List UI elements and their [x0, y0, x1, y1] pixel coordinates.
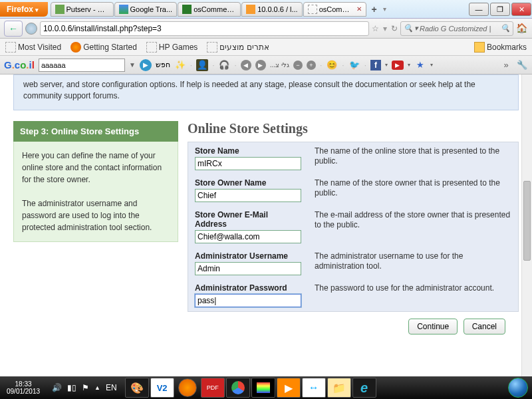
- toolbar-settings-icon[interactable]: 🔧: [516, 59, 528, 71]
- admin-pass-label: Administrator Password: [195, 283, 301, 293]
- reload-icon[interactable]: ↻: [391, 24, 398, 33]
- tab-phpmyadmin[interactable]: 10.0.0.6 / l...: [241, 2, 303, 17]
- volume-icon[interactable]: 🔊: [52, 383, 62, 392]
- bookmark-hp-games[interactable]: HP Games: [146, 42, 198, 53]
- table-row: Administrator PasswordThe password to us…: [188, 279, 519, 312]
- taskbar-pdf-icon[interactable]: PDF: [201, 378, 225, 398]
- headphones-icon[interactable]: 🎧: [218, 59, 230, 71]
- settings-form: Store NameThe name of the online store t…: [188, 142, 519, 312]
- bookmark-most-visited[interactable]: Most Visited: [5, 42, 61, 53]
- tray-expand-icon[interactable]: ▲: [94, 384, 100, 391]
- scroll-thumb[interactable]: [523, 181, 531, 261]
- radio-vol-down-icon[interactable]: −: [293, 61, 303, 70]
- admin-user-label: Administrator Username: [195, 251, 301, 261]
- search-dropdown-icon[interactable]: ▼: [129, 61, 136, 68]
- windows-taskbar: 18:33 09/01/2013 🔊 ▮▯ ⚑ ▲ EN 🎨 V2 PDF ▶ …: [0, 376, 532, 399]
- search-box[interactable]: 🔍▾Radio G Customized |🔍: [400, 21, 513, 36]
- table-row: Store Owner NameThe name of the store ow…: [188, 174, 519, 206]
- taskbar-clock[interactable]: 18:33 09/01/2013: [0, 380, 47, 395]
- store-owner-label: Store Owner Name: [195, 178, 301, 188]
- taskbar-ie-icon[interactable]: e: [352, 378, 376, 398]
- info-banner: web server, and store configuration opti…: [13, 74, 519, 110]
- store-email-input[interactable]: [195, 230, 301, 243]
- taskbar-chrome-icon[interactable]: [226, 378, 250, 398]
- language-indicator[interactable]: EN: [106, 383, 117, 392]
- new-tab-button[interactable]: +: [367, 4, 382, 15]
- firefox-menu-button[interactable]: Firefox: [0, 2, 48, 17]
- gcoil-logo[interactable]: G.co.il: [4, 59, 35, 70]
- admin-user-desc: The administrator username to use for th…: [308, 247, 519, 279]
- radio-station-label: ...גלי צ: [270, 61, 289, 68]
- sidebar-para-1: Here you can define the name of your onl…: [22, 150, 170, 186]
- star-icon[interactable]: ★: [414, 59, 426, 71]
- bookmarks-menu[interactable]: Bookmarks: [474, 42, 527, 53]
- toolbar-search-input[interactable]: [39, 59, 125, 72]
- cancel-button[interactable]: Cancel: [464, 319, 505, 334]
- taskbar-media-icon[interactable]: ▶: [277, 378, 301, 398]
- continue-button[interactable]: Continue: [408, 319, 458, 334]
- toolbar-overflow-icon[interactable]: »: [500, 59, 512, 71]
- bookmark-getting-started[interactable]: Getting Started: [70, 42, 137, 53]
- toolbar-search-label: חפש: [156, 61, 170, 69]
- wand-icon[interactable]: ✨: [174, 59, 186, 71]
- tab-overflow-icon[interactable]: ▾: [383, 5, 386, 13]
- table-row: Store Owner E-Mail AddressThe e-mail add…: [188, 206, 519, 247]
- address-bar[interactable]: [40, 21, 369, 36]
- tab-google-translate[interactable]: Google Tra...: [114, 2, 178, 17]
- bookmarks-toolbar: Most Visited Getting Started HP Games את…: [0, 39, 532, 56]
- store-email-desc: The e-mail address of the store owner th…: [308, 206, 519, 247]
- facebook-icon[interactable]: f: [370, 60, 381, 70]
- dropdown-icon[interactable]: ▾: [383, 24, 387, 33]
- store-owner-input[interactable]: [195, 189, 301, 202]
- home-button[interactable]: 🏠: [516, 23, 528, 35]
- smiley-icon[interactable]: 😊: [326, 59, 338, 71]
- taskbar-vnc-icon[interactable]: V2: [150, 378, 174, 398]
- taskbar-teamviewer-icon[interactable]: ↔: [302, 378, 326, 398]
- store-name-desc: The name of the online store that is pre…: [308, 142, 519, 174]
- store-name-input[interactable]: [195, 157, 301, 170]
- flag-icon[interactable]: ⚑: [82, 383, 89, 392]
- back-button[interactable]: ←: [4, 21, 23, 37]
- window-maximize-button[interactable]: ❐: [490, 3, 510, 16]
- window-titlebar: Firefox Putserv - C... Google Tra... osC…: [0, 0, 532, 19]
- step-heading: Step 3: Online Store Settings: [13, 121, 178, 142]
- taskbar-explorer-icon[interactable]: 📁: [327, 378, 351, 398]
- store-owner-desc: The name of the store owner that is pres…: [308, 174, 519, 206]
- tab-oscommerce-active[interactable]: osComm...✕: [303, 2, 366, 17]
- sidebar-para-2: The administrator username and password …: [22, 198, 170, 233]
- admin-pass-input[interactable]: [195, 294, 301, 307]
- table-row: Store NameThe name of the online store t…: [188, 142, 519, 174]
- close-tab-icon[interactable]: ✕: [356, 5, 362, 13]
- table-row: Administrator UsernameThe administrator …: [188, 247, 519, 279]
- system-tray: 🔊 ▮▯ ⚑ ▲ EN: [47, 383, 122, 392]
- network-icon[interactable]: ▮▯: [67, 383, 76, 392]
- avatar-icon[interactable]: 👤: [196, 59, 208, 71]
- site-identity-icon[interactable]: [25, 23, 37, 35]
- youtube-icon[interactable]: ▶: [392, 61, 404, 70]
- admin-user-input[interactable]: [195, 262, 301, 275]
- taskbar-paint-icon[interactable]: 🎨: [125, 378, 149, 398]
- toolbar-search-button[interactable]: ▶: [140, 59, 152, 71]
- radio-vol-up-icon[interactable]: +: [307, 61, 316, 70]
- addon-toolbar: G.co.il ▼ ▶ חפש ✨ · 👤 · 🎧 · ◀ ▶ ...גלי צ…: [0, 56, 532, 74]
- taskbar-mirc-icon[interactable]: [251, 378, 275, 398]
- page-scrollbar[interactable]: [521, 74, 532, 376]
- page-title: Online Store Settings: [188, 121, 519, 136]
- admin-pass-desc: The password to use for the administrato…: [308, 279, 519, 312]
- radio-prev-icon[interactable]: ◀: [241, 60, 251, 70]
- page-content: web server, and store configuration opti…: [0, 74, 532, 376]
- navigation-bar: ← ☆ ▾ ↻ 🔍▾Radio G Customized |🔍 🏠: [0, 19, 532, 39]
- tab-oscommerce-1[interactable]: osCommerc...: [178, 2, 241, 17]
- angry-bird-icon[interactable]: 🐦: [348, 59, 360, 71]
- bookmark-star-icon[interactable]: ☆: [372, 24, 379, 33]
- store-email-label: Store Owner E-Mail Address: [195, 210, 301, 229]
- store-name-label: Store Name: [195, 146, 301, 156]
- tab-putserv[interactable]: Putserv - C...: [51, 2, 114, 17]
- bookmark-suggested-sites[interactable]: אתרים מוצעים: [207, 42, 269, 53]
- window-minimize-button[interactable]: —: [469, 3, 489, 16]
- step-sidebar: Step 3: Online Store Settings Here you c…: [13, 121, 178, 334]
- start-button[interactable]: [504, 376, 532, 399]
- window-close-button[interactable]: ✕: [511, 3, 531, 16]
- radio-play-icon[interactable]: ▶: [255, 60, 266, 70]
- taskbar-firefox-icon[interactable]: [178, 378, 197, 397]
